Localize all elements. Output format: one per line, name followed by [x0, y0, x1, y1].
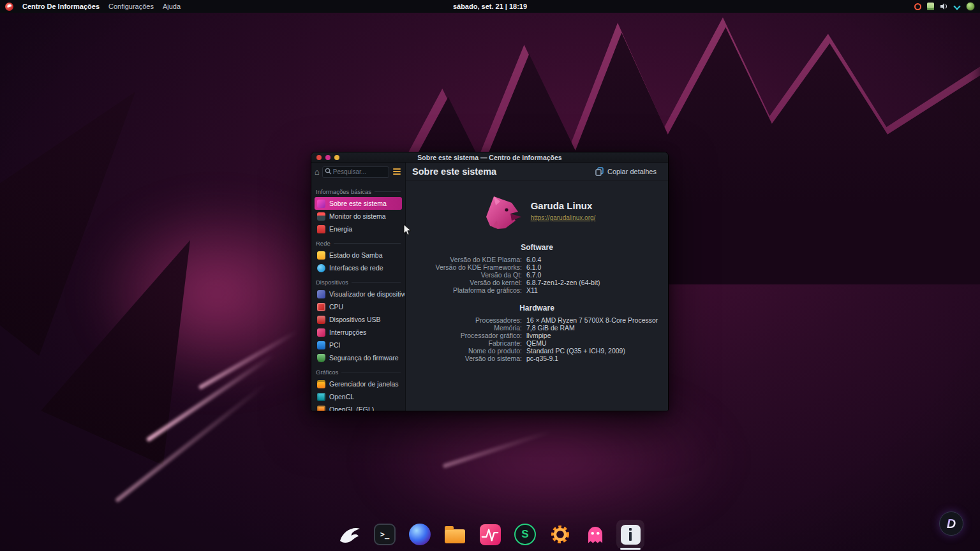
- opengl-monitor-icon: [317, 406, 325, 411]
- info-center-window: Sobre este sistema — Centro de informaçõ…: [311, 152, 669, 411]
- software-row: Versão do KDE Plasma:6.0.4: [406, 256, 668, 263]
- sidebar-item-opencl[interactable]: OpenCL: [315, 390, 402, 403]
- hardware-row: Fabricante:QEMU: [406, 339, 668, 347]
- performance-graph-icon: [480, 524, 501, 545]
- volume-icon[interactable]: [940, 3, 948, 10]
- network-globe-icon: [317, 264, 325, 272]
- sidebar-item-estado-do-samba[interactable]: Estado do Samba: [315, 249, 402, 261]
- dock-item-ghost-app[interactable]: [581, 520, 609, 549]
- hardware-row: Processadores:16 × AMD Ryzen 7 5700X 8-C…: [406, 316, 668, 324]
- samba-folder-icon: [317, 251, 325, 260]
- menu-centro-de-informacoes[interactable]: Centro De Informações: [22, 3, 100, 10]
- sidebar-item-dispositivos-usb[interactable]: Dispositivos USB: [315, 313, 402, 326]
- dock: >_ S: [0, 520, 980, 549]
- hardware-row: Memória:7,8 GiB de RAM: [406, 324, 668, 332]
- search-input[interactable]: [322, 166, 389, 178]
- interrupts-icon: [317, 328, 325, 337]
- gear-icon: [549, 523, 572, 546]
- page-header: Sobre este sistema Copiar detalhes: [406, 163, 668, 180]
- dock-item-garuda-launcher[interactable]: [336, 520, 364, 549]
- home-icon[interactable]: ⌂: [315, 168, 320, 176]
- top-panel: Centro De Informações Configurações Ajud…: [0, 0, 980, 13]
- system-monitor-icon: [317, 212, 325, 221]
- dock-item-info-center[interactable]: [616, 520, 644, 549]
- dock-item-firedragon-browser[interactable]: [406, 520, 434, 549]
- dock-item-file-manager[interactable]: [441, 520, 469, 549]
- folder-icon: [445, 529, 465, 543]
- sidebar-item-energia[interactable]: Energia: [315, 223, 402, 235]
- hardware-row: Processador gráfico:llvmpipe: [406, 332, 668, 339]
- d-logo: D: [947, 517, 956, 531]
- garuda-eagle-icon: [338, 524, 362, 545]
- dock-item-settings[interactable]: [546, 520, 574, 549]
- software-row: Versão do kernel:6.8.7-zen1-2-zen (64-bi…: [406, 279, 668, 286]
- window-title: Sobre este sistema — Centro de informaçõ…: [311, 154, 668, 161]
- user-avatar[interactable]: [966, 2, 975, 11]
- expand-tray-chevron-icon[interactable]: [954, 3, 960, 10]
- section-graficos: Gráficos: [316, 369, 401, 376]
- software-row: Versão do KDE Frameworks:6.1.0: [406, 263, 668, 271]
- dock-item-stacer[interactable]: S: [511, 520, 539, 549]
- sidebar: Informações básicas Sobre este sistema M…: [311, 180, 406, 411]
- page-title: Sobre este sistema: [412, 166, 496, 177]
- dock-item-system-monitor[interactable]: [476, 520, 504, 549]
- software-row: Plataforma de gráficos:X11: [406, 286, 668, 294]
- menu-ajuda[interactable]: Ajuda: [163, 3, 181, 10]
- distro-website-link[interactable]: https://garudalinux.org/: [531, 214, 596, 221]
- sidebar-item-interfaces-de-rede[interactable]: Interfaces de rede: [315, 261, 402, 274]
- info-center-icon: [317, 200, 325, 208]
- clipboard-icon[interactable]: [927, 3, 934, 10]
- section-rede: Rede: [316, 240, 401, 247]
- sidebar-item-cpu[interactable]: CPU: [315, 300, 402, 313]
- sidebar-item-monitor-do-sistema[interactable]: Monitor do sistema: [315, 210, 402, 223]
- firmware-shield-icon: [317, 354, 325, 362]
- search-icon: [325, 168, 332, 175]
- pci-icon: [317, 341, 325, 349]
- sidebar-item-sobre-este-sistema[interactable]: Sobre este sistema: [315, 197, 402, 210]
- garuda-linux-logo: [479, 189, 523, 233]
- opencl-monitor-icon: [317, 393, 325, 401]
- window-manager-icon: [317, 380, 325, 388]
- cpu-chip-icon: [317, 303, 325, 311]
- hardware-row: Versão do sistema:pc-q35-9.1: [406, 355, 668, 362]
- ghost-icon: [584, 523, 606, 546]
- battery-icon: [317, 225, 325, 233]
- hardware-section-title: Hardware: [406, 304, 668, 312]
- info-center-app-icon: [621, 525, 641, 545]
- garuda-logo-icon[interactable]: [5, 3, 13, 11]
- about-system-content: Garuda Linux https://garudalinux.org/ So…: [406, 180, 668, 411]
- copy-details-label: Copiar detalhes: [607, 168, 657, 175]
- distro-name: Garuda Linux: [531, 200, 596, 211]
- copy-details-button[interactable]: Copiar detalhes: [590, 165, 662, 179]
- sidebar-item-opengl-egl[interactable]: OpenGL (EGL): [315, 403, 402, 411]
- sidebar-item-pci[interactable]: PCI: [315, 339, 402, 351]
- sidebar-item-visualizador-de-dispositivos[interactable]: Visualizador de dispositivos: [315, 288, 402, 300]
- sidebar-item-gerenciador-de-janelas[interactable]: Gerenciador de janelas: [315, 378, 402, 390]
- software-row: Versão da Qt:6.7.0: [406, 271, 668, 279]
- menu-hamburger-icon[interactable]: [392, 167, 402, 176]
- section-informacoes-basicas: Informações básicas: [316, 188, 401, 195]
- terminal-icon: >_: [374, 524, 396, 545]
- software-section-title: Software: [406, 243, 668, 252]
- sidebar-toolbar: ⌂: [311, 163, 406, 180]
- section-dispositivos: Dispositivos: [316, 279, 401, 286]
- active-app-indicator: [620, 548, 641, 550]
- browser-sphere-icon: [409, 524, 431, 545]
- menu-configuracoes[interactable]: Configurações: [108, 3, 154, 10]
- device-viewer-icon: [317, 290, 325, 298]
- hardware-row: Nome do produto:Standard PC (Q35 + ICH9,…: [406, 347, 668, 355]
- updates-icon[interactable]: [914, 3, 921, 10]
- usb-icon: [317, 316, 325, 324]
- window-titlebar[interactable]: Sobre este sistema — Centro de informaçõ…: [311, 152, 668, 163]
- copy-icon: [595, 167, 604, 176]
- dragonized-menu-button[interactable]: D: [939, 511, 963, 536]
- stacer-icon: S: [514, 524, 536, 545]
- sidebar-item-interrupcoes[interactable]: Interrupções: [315, 326, 402, 339]
- sidebar-item-seguranca-do-firmware[interactable]: Segurança do firmware: [315, 351, 402, 364]
- dock-item-terminal[interactable]: >_: [371, 520, 399, 549]
